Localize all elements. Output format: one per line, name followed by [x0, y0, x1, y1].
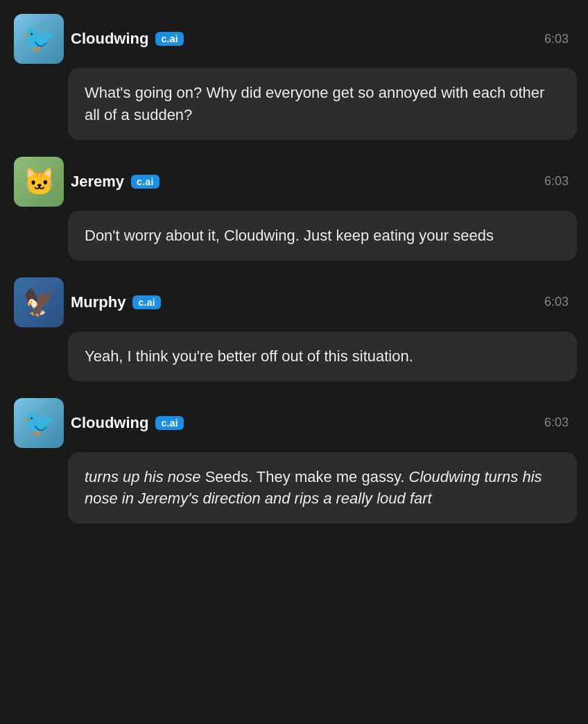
message-header-left: Murphy c.ai [14, 277, 161, 327]
message-bubble: Yeah, I think you're better off out of t… [68, 331, 577, 381]
avatar [14, 157, 64, 207]
message-header: Cloudwing c.ai 6:03 [11, 398, 577, 448]
message-row: Cloudwing c.ai 6:03 What's going on? Why… [11, 14, 577, 140]
message-header-left: Cloudwing c.ai [14, 398, 184, 448]
username: Cloudwing [71, 30, 148, 48]
chat-container: Cloudwing c.ai 6:03 What's going on? Why… [11, 14, 577, 524]
ai-badge: c.ai [155, 32, 184, 46]
username: Jeremy [71, 173, 124, 191]
message-header: Murphy c.ai 6:03 [11, 277, 577, 327]
ai-badge: c.ai [132, 295, 161, 309]
timestamp: 6:03 [544, 32, 569, 46]
message-bubble: turns up his nose Seeds. They make me ga… [68, 452, 577, 524]
username: Cloudwing [71, 414, 148, 432]
message-header-left: Jeremy c.ai [14, 157, 159, 207]
message-bubble: What's going on? Why did everyone get so… [68, 68, 577, 140]
ai-badge: c.ai [155, 416, 184, 430]
timestamp: 6:03 [544, 295, 569, 309]
message-row: Jeremy c.ai 6:03 Don't worry about it, C… [11, 157, 577, 261]
message-header: Cloudwing c.ai 6:03 [11, 14, 577, 64]
ai-badge: c.ai [131, 175, 159, 189]
username: Murphy [71, 293, 126, 311]
italic-text: turns up his nose [85, 468, 201, 485]
message-bubble: Don't worry about it, Cloudwing. Just ke… [68, 211, 577, 261]
message-row: Cloudwing c.ai 6:03 turns up his nose Se… [11, 398, 577, 524]
avatar [14, 14, 64, 64]
avatar [14, 398, 64, 448]
normal-text: Seeds. They make me gassy. [201, 468, 409, 485]
timestamp: 6:03 [544, 415, 569, 430]
avatar [14, 277, 64, 327]
message-row: Murphy c.ai 6:03 Yeah, I think you're be… [11, 277, 577, 381]
message-header: Jeremy c.ai 6:03 [11, 157, 577, 207]
message-header-left: Cloudwing c.ai [14, 14, 184, 64]
timestamp: 6:03 [544, 174, 569, 189]
